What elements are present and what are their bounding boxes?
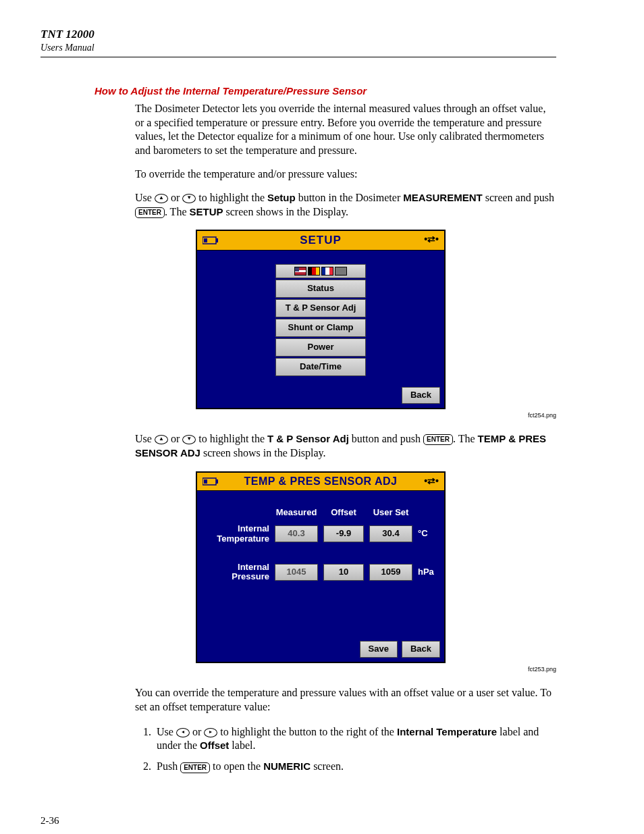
body-text: The Dosimeter Detector lets you override… (135, 102, 556, 219)
temp-userset-button[interactable]: 30.4 (369, 525, 412, 542)
paragraph: The Dosimeter Detector lets you override… (135, 102, 556, 158)
link-icon: •⇄• (424, 475, 439, 487)
row-label-temperature: Internal Temperature (199, 524, 269, 544)
figure-caption: fct254.png (41, 412, 556, 420)
pres-measured-value: 1045 (275, 564, 318, 581)
flag-icon (335, 267, 347, 276)
right-key-icon: ▸ (204, 728, 217, 737)
pres-userset-button[interactable]: 1059 (369, 564, 412, 581)
menu-status-button[interactable]: Status (275, 280, 366, 298)
svg-rect-4 (216, 479, 218, 484)
link-icon: •⇄• (424, 233, 439, 245)
paragraph: You can override the temperature and pre… (135, 686, 556, 714)
col-measured: Measured (275, 507, 318, 519)
temp-offset-button[interactable]: -9.9 (323, 525, 364, 542)
temp-unit: °C (418, 528, 442, 540)
flag-icon (321, 267, 333, 276)
enter-key-icon: ENTER (180, 762, 210, 773)
list-item: Use ◂ or ▸ to highlight the button to th… (154, 725, 556, 754)
screen-title: TEMP & PRES SENSOR ADJ (244, 475, 397, 487)
temp-pres-adj-screen: TEMP & PRES SENSOR ADJ •⇄• Measured Offs… (196, 471, 446, 664)
ordered-list: Use ◂ or ▸ to highlight the button to th… (135, 725, 556, 774)
page-header: TNT 12000 Users Manual (41, 27, 556, 57)
col-offset: Offset (323, 507, 364, 519)
down-key-icon: ▼ (182, 194, 196, 203)
left-key-icon: ◂ (176, 728, 190, 737)
product-name: TNT 12000 (41, 27, 556, 42)
paragraph: Use ▲ or ▼ to highlight the T & P Sensor… (135, 432, 556, 461)
menu-tp-sensor-button[interactable]: T & P Sensor Adj (275, 299, 366, 317)
row-label-pressure: Internal Pressure (199, 563, 269, 582)
flag-icon (294, 267, 306, 276)
paragraph: To override the temperature and/or press… (135, 167, 556, 182)
figure-caption: fct253.png (41, 666, 556, 674)
temp-measured-value: 40.3 (275, 525, 318, 542)
save-button[interactable]: Save (360, 641, 398, 658)
back-button[interactable]: Back (402, 641, 440, 658)
up-key-icon: ▲ (155, 435, 168, 444)
paragraph: Use ▲ or ▼ to highlight the Setup button… (135, 191, 556, 219)
down-key-icon: ▼ (182, 435, 196, 444)
pres-unit: hPa (418, 567, 442, 578)
svg-rect-5 (204, 479, 207, 484)
svg-rect-2 (204, 238, 207, 242)
pres-offset-button[interactable]: 10 (323, 564, 364, 581)
screen-titlebar: SETUP •⇄• (197, 231, 444, 251)
setup-screen: SETUP •⇄• Status T & P Sensor Adj Shunt … (196, 230, 446, 409)
enter-key-icon: ENTER (135, 207, 165, 218)
flag-icon (308, 267, 320, 276)
screen-title: SETUP (300, 234, 342, 246)
col-userset: User Set (369, 507, 412, 519)
menu-power-button[interactable]: Power (275, 338, 366, 357)
svg-rect-1 (216, 238, 218, 242)
manual-subtitle: Users Manual (41, 42, 556, 54)
page-number: 2-36 (41, 814, 556, 828)
up-key-icon: ▲ (155, 194, 168, 203)
menu-datetime-button[interactable]: Date/Time (275, 358, 366, 376)
list-item: Push ENTER to open the NUMERIC screen. (154, 760, 556, 774)
back-button[interactable]: Back (402, 387, 440, 404)
menu-shunt-clamp-button[interactable]: Shunt or Clamp (275, 319, 366, 337)
section-title: How to Adjust the Internal Temperature/P… (95, 84, 556, 98)
battery-icon (203, 233, 219, 245)
battery-icon (203, 475, 219, 487)
screen-titlebar: TEMP & PRES SENSOR ADJ •⇄• (197, 473, 444, 492)
enter-key-icon: ENTER (423, 434, 453, 445)
language-button[interactable] (275, 264, 366, 278)
